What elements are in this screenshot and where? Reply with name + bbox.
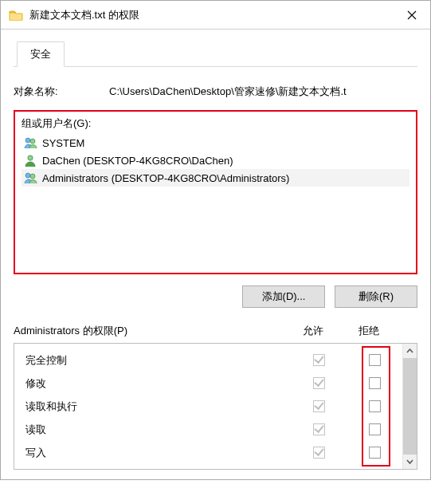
permission-name: 写入 xyxy=(25,446,291,460)
permission-deny-cell xyxy=(347,447,402,459)
svg-point-5 xyxy=(25,173,30,178)
user-icon xyxy=(23,153,37,167)
group-user-row[interactable]: SYSTEM xyxy=(22,134,409,152)
remove-button[interactable]: 删除(R) xyxy=(335,285,417,308)
folder-icon xyxy=(9,10,23,21)
permission-row: 写入 xyxy=(14,441,402,464)
group-user-name: DaChen (DESKTOP-4KG8CRO\DaChen) xyxy=(42,155,233,167)
permission-deny-checkbox[interactable] xyxy=(369,423,381,435)
group-icon xyxy=(23,136,37,150)
tab-strip: 安全 xyxy=(14,41,417,67)
group-user-row[interactable]: Administrators (DESKTOP-4KG8CRO\Administ… xyxy=(22,169,409,187)
permission-deny-checkbox[interactable] xyxy=(369,400,381,412)
group-user-section: 组或用户名(G): SYSTEMDaChen (DESKTOP-4KG8CRO\… xyxy=(14,110,417,274)
object-name-row: 对象名称: C:\Users\DaChen\Desktop\管家速修\新建文本文… xyxy=(14,85,417,99)
scroll-down-button[interactable] xyxy=(403,455,417,469)
client-area: 安全 对象名称: C:\Users\DaChen\Desktop\管家速修\新建… xyxy=(1,30,430,479)
scroll-up-button[interactable] xyxy=(403,344,417,358)
permissions-header-label: Administrators 的权限(P) xyxy=(14,324,285,338)
permission-row: 读取和执行 xyxy=(14,395,402,418)
group-user-name: SYSTEM xyxy=(42,137,84,149)
permission-allow-checkbox[interactable] xyxy=(313,447,325,459)
tab-security[interactable]: 安全 xyxy=(17,41,65,67)
permission-deny-checkbox[interactable] xyxy=(369,447,381,459)
permission-allow-checkbox[interactable] xyxy=(313,400,325,412)
permissions-header: Administrators 的权限(P) 允许 拒绝 xyxy=(14,324,417,338)
permission-name: 修改 xyxy=(25,376,291,391)
scroll-thumb[interactable] xyxy=(403,358,417,455)
add-remove-button-row: 添加(D)... 删除(R) xyxy=(14,285,417,308)
permission-allow-checkbox[interactable] xyxy=(313,354,325,366)
permission-name: 读取 xyxy=(25,423,291,437)
permission-deny-checkbox[interactable] xyxy=(369,377,381,389)
group-user-label: 组或用户名(G): xyxy=(22,116,409,131)
group-user-row[interactable]: DaChen (DESKTOP-4KG8CRO\DaChen) xyxy=(22,152,409,169)
permission-allow-cell xyxy=(291,400,347,412)
permission-name: 读取和执行 xyxy=(25,400,291,414)
permission-name: 完全控制 xyxy=(25,353,291,368)
permission-deny-cell xyxy=(347,400,402,412)
permission-allow-cell xyxy=(291,354,347,366)
group-user-list[interactable]: SYSTEMDaChen (DESKTOP-4KG8CRO\DaChen)Adm… xyxy=(22,134,409,270)
permission-allow-cell xyxy=(291,447,347,459)
svg-point-2 xyxy=(25,138,30,143)
permissions-col-allow: 允许 xyxy=(285,324,341,338)
permission-row: 读取 xyxy=(14,418,402,441)
group-icon xyxy=(23,171,37,185)
svg-point-3 xyxy=(30,139,35,144)
permission-row: 修改 xyxy=(14,372,402,395)
object-name-path: C:\Users\DaChen\Desktop\管家速修\新建文本文档.t xyxy=(109,85,417,99)
permission-allow-cell xyxy=(291,423,347,435)
svg-point-6 xyxy=(30,174,35,179)
permissions-col-deny: 拒绝 xyxy=(341,324,397,338)
permissions-scrollbar[interactable] xyxy=(402,344,417,469)
permission-deny-cell xyxy=(347,354,402,366)
object-name-label: 对象名称: xyxy=(14,85,109,99)
permission-deny-cell xyxy=(347,423,402,435)
permission-deny-cell xyxy=(347,377,402,389)
permission-row: 完全控制 xyxy=(14,348,402,372)
close-button[interactable] xyxy=(394,1,430,30)
permission-allow-cell xyxy=(291,377,347,389)
permissions-list: 完全控制修改读取和执行读取写入 xyxy=(14,343,417,470)
permissions-dialog: 新建文本文档.txt 的权限 安全 对象名称: C:\Users\DaChen\… xyxy=(0,0,431,480)
add-button[interactable]: 添加(D)... xyxy=(242,285,325,308)
svg-point-4 xyxy=(28,156,33,160)
permission-deny-checkbox[interactable] xyxy=(369,354,381,366)
titlebar: 新建文本文档.txt 的权限 xyxy=(1,1,430,30)
window-title: 新建文本文档.txt 的权限 xyxy=(29,8,394,22)
group-user-name: Administrators (DESKTOP-4KG8CRO\Administ… xyxy=(42,172,289,184)
permission-allow-checkbox[interactable] xyxy=(313,377,325,389)
permission-allow-checkbox[interactable] xyxy=(313,423,325,435)
